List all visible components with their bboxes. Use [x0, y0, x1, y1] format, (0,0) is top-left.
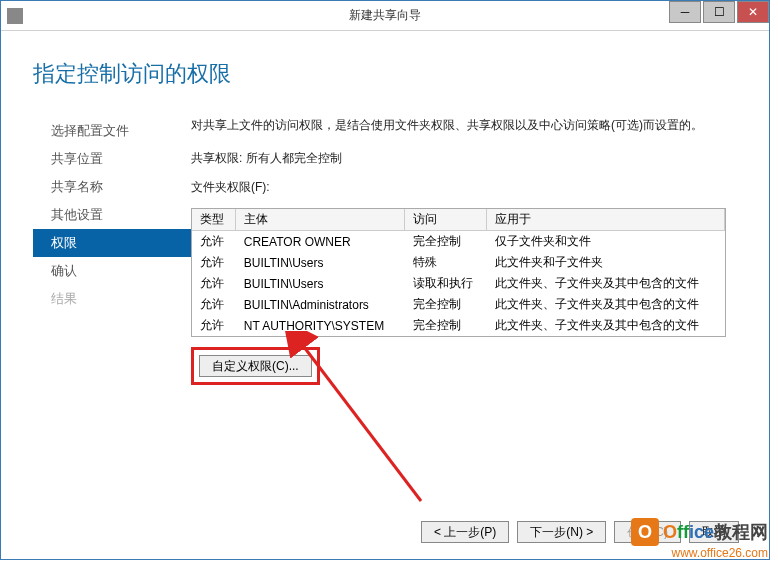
app-icon — [7, 8, 23, 24]
watermark-brand: Office教程网 — [663, 520, 768, 544]
col-applies-to[interactable]: 应用于 — [487, 209, 725, 231]
table-row[interactable]: 允许 BUILTIN\Users 特殊 此文件夹和子文件夹 — [192, 252, 725, 273]
maximize-button[interactable]: ☐ — [703, 1, 735, 23]
permissions-table-wrap: 类型 主体 访问 应用于 允许 CREATOR OWNER 完全控制 仅子文件夹… — [191, 208, 726, 337]
nav-other-settings[interactable]: 其他设置 — [43, 201, 191, 229]
custom-permission-highlight: 自定义权限(C)... — [191, 347, 320, 385]
nav-share-location[interactable]: 共享位置 — [43, 145, 191, 173]
titlebar: 新建共享向导 ─ ☐ ✕ — [1, 1, 769, 31]
customize-permissions-button[interactable]: 自定义权限(C)... — [199, 355, 312, 377]
watermark-icon: O — [631, 518, 659, 546]
table-row[interactable]: 允许 NT AUTHORITY\SYSTEM 完全控制 此文件夹、子文件夹及其中… — [192, 315, 725, 336]
table-row[interactable]: 允许 BUILTIN\Administrators 完全控制 此文件夹、子文件夹… — [192, 294, 725, 315]
nav-select-profile[interactable]: 选择配置文件 — [43, 117, 191, 145]
window-title: 新建共享向导 — [349, 7, 421, 24]
content-pane: 选择配置文件 共享位置 共享名称 其他设置 权限 确认 结果 对共享上文件的访问… — [1, 117, 769, 507]
table-row[interactable]: 允许 CREATOR OWNER 完全控制 仅子文件夹和文件 — [192, 231, 725, 253]
col-access[interactable]: 访问 — [405, 209, 487, 231]
share-permission-line: 共享权限: 所有人都完全控制 — [191, 150, 749, 167]
watermark-url: www.office26.com — [631, 546, 768, 560]
next-button[interactable]: 下一步(N) > — [517, 521, 606, 543]
permissions-table[interactable]: 类型 主体 访问 应用于 允许 CREATOR OWNER 完全控制 仅子文件夹… — [192, 209, 725, 336]
permissions-description: 对共享上文件的访问权限，是结合使用文件夹权限、共享权限以及中心访问策略(可选)而… — [191, 117, 749, 134]
wizard-window: 新建共享向导 ─ ☐ ✕ 指定控制访问的权限 选择配置文件 共享位置 共享名称 … — [0, 0, 770, 560]
nav-result: 结果 — [43, 285, 191, 313]
watermark: O Office教程网 www.office26.com — [631, 518, 768, 560]
table-row[interactable]: 允许 BUILTIN\Users 读取和执行 此文件夹、子文件夹及其中包含的文件 — [192, 273, 725, 294]
folder-permission-label: 文件夹权限(F): — [191, 179, 749, 196]
page-heading: 指定控制访问的权限 — [1, 31, 769, 89]
col-type[interactable]: 类型 — [192, 209, 236, 231]
previous-button[interactable]: < 上一步(P) — [421, 521, 509, 543]
nav-share-name[interactable]: 共享名称 — [43, 173, 191, 201]
col-principal[interactable]: 主体 — [236, 209, 405, 231]
nav-confirm[interactable]: 确认 — [43, 257, 191, 285]
close-button[interactable]: ✕ — [737, 1, 769, 23]
minimize-button[interactable]: ─ — [669, 1, 701, 23]
main-panel: 对共享上文件的访问权限，是结合使用文件夹权限、共享权限以及中心访问策略(可选)而… — [191, 117, 769, 507]
wizard-steps-nav: 选择配置文件 共享位置 共享名称 其他设置 权限 确认 结果 — [1, 117, 191, 507]
nav-permissions[interactable]: 权限 — [33, 229, 191, 257]
window-controls: ─ ☐ ✕ — [667, 1, 769, 23]
